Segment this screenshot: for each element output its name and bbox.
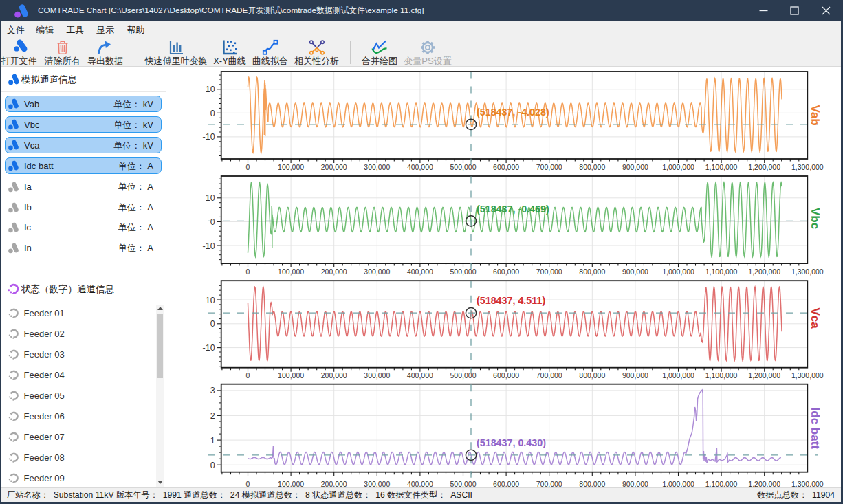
svg-text:0: 0 [210,319,215,329]
svg-text:700,000: 700,000 [536,267,562,276]
svg-text:0: 0 [210,217,215,227]
svg-text:-10: -10 [203,132,215,142]
svg-text:-10: -10 [203,241,215,251]
svg-text:700,000: 700,000 [536,163,562,171]
svg-text:1,100,000: 1,100,000 [705,480,738,488]
svg-text:100,000: 100,000 [278,371,304,380]
svg-text:1,000,000: 1,000,000 [662,480,694,488]
svg-text:300,000: 300,000 [364,371,390,380]
svg-text:1,100,000: 1,100,000 [705,163,738,171]
svg-text:10: 10 [206,193,215,203]
svg-text:-10: -10 [203,343,215,353]
svg-text:200,000: 200,000 [321,267,347,276]
svg-text:1,300,000: 1,300,000 [791,267,824,276]
svg-text:100,000: 100,000 [278,267,304,276]
svg-text:400,000: 400,000 [407,480,433,488]
svg-text:200,000: 200,000 [321,371,347,380]
svg-text:1,200,000: 1,200,000 [748,163,780,171]
svg-text:0: 0 [210,109,215,118]
svg-text:1,200,000: 1,200,000 [748,480,780,488]
svg-text:500,000: 500,000 [450,480,477,488]
svg-text:300,000: 300,000 [364,267,390,276]
svg-text:900,000: 900,000 [622,371,648,380]
svg-text:2: 2 [210,411,215,421]
svg-text:1,000,000: 1,000,000 [662,163,694,171]
svg-text:200,000: 200,000 [321,480,347,488]
svg-text:800,000: 800,000 [579,371,605,380]
svg-text:500,000: 500,000 [450,371,477,380]
svg-text:300,000: 300,000 [364,163,390,171]
svg-text:900,000: 900,000 [622,163,648,171]
svg-text:Vca: Vca [809,307,822,329]
svg-text:3: 3 [210,386,215,395]
svg-text:1,300,000: 1,300,000 [791,371,824,380]
svg-text:(518437, 0.430): (518437, 0.430) [477,437,546,448]
svg-text:100,000: 100,000 [278,163,304,171]
svg-text:(518437, -0.469): (518437, -0.469) [477,204,549,215]
svg-text:10: 10 [206,296,215,305]
svg-text:1,200,000: 1,200,000 [748,371,780,380]
svg-text:700,000: 700,000 [536,371,562,380]
svg-text:600,000: 600,000 [493,163,519,171]
svg-text:1,000,000: 1,000,000 [662,267,694,276]
svg-text:(518437, 4.511): (518437, 4.511) [477,295,545,306]
svg-text:400,000: 400,000 [407,163,433,171]
svg-text:700,000: 700,000 [536,480,562,488]
svg-text:1,300,000: 1,300,000 [791,163,824,171]
svg-text:600,000: 600,000 [493,371,519,380]
svg-text:400,000: 400,000 [407,267,433,276]
svg-text:600,000: 600,000 [493,267,519,276]
svg-text:Idc batt: Idc batt [809,408,822,450]
svg-text:200,000: 200,000 [321,163,347,171]
svg-text:0: 0 [246,480,250,488]
svg-text:0: 0 [210,461,215,470]
svg-text:1,000,000: 1,000,000 [662,371,694,380]
svg-text:0: 0 [246,163,250,171]
svg-text:400,000: 400,000 [407,371,433,380]
svg-text:900,000: 900,000 [622,480,648,488]
svg-text:100,000: 100,000 [278,480,304,488]
svg-text:300,000: 300,000 [364,480,390,488]
svg-text:(518437, -4.028): (518437, -4.028) [477,107,549,118]
svg-text:Vab: Vab [809,105,822,125]
svg-text:1,200,000: 1,200,000 [748,267,780,276]
svg-text:1: 1 [210,436,215,446]
svg-text:600,000: 600,000 [493,480,519,488]
svg-text:1,100,000: 1,100,000 [705,267,738,276]
svg-text:800,000: 800,000 [579,163,605,171]
svg-text:500,000: 500,000 [450,267,477,276]
svg-text:500,000: 500,000 [450,163,477,171]
svg-text:0: 0 [246,371,250,380]
svg-text:1,300,000: 1,300,000 [791,480,824,488]
svg-text:Vbc: Vbc [809,208,822,229]
svg-text:900,000: 900,000 [622,267,648,276]
svg-text:800,000: 800,000 [579,480,605,488]
svg-text:0: 0 [246,267,250,276]
svg-text:1,100,000: 1,100,000 [705,371,738,380]
svg-text:10: 10 [206,85,215,94]
svg-text:800,000: 800,000 [579,267,605,276]
